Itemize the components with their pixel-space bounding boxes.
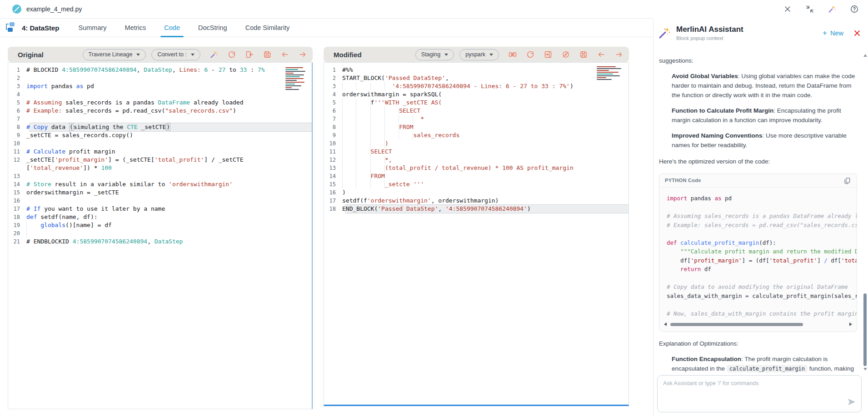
code-line: 17setdf(f'orderswithmargin', orderswithm… [324,197,629,205]
assistant-code-line: # Now, sales_data_with_margin contains t… [667,309,857,318]
line-number: 5 [8,99,26,107]
exit-panel-icon[interactable] [245,50,254,59]
assistant-close-icon[interactable] [853,30,861,39]
compare-icon[interactable] [508,50,517,59]
code-line: 14FROM [324,172,629,180]
code-line: 11SELECT [324,148,629,156]
magic-wand-icon[interactable] [210,50,219,59]
code-line: 18END_BLOCK('Passed DataStep', '4:585990… [324,205,629,213]
titlebar: example_4_med.py [0,0,868,19]
line-number: 14 [8,180,26,188]
code-line: 16) [324,188,629,197]
line-number: 12 [324,156,342,164]
help-icon[interactable] [850,5,859,14]
code-line: 10 [8,139,312,148]
traverse-lineage-dropdown[interactable]: Traverse Lineage [83,49,146,60]
arrow-left-icon[interactable] [597,50,606,59]
code-line: 8FROM [324,123,629,131]
line-number: 1 [8,66,26,74]
original-panel-title: Original [18,51,44,59]
assistant-vscrollbar[interactable] [863,54,868,371]
code-line: 14# Store result in a variable similar t… [8,180,312,188]
line-number: 14 [324,172,342,180]
collapse-icon[interactable] [805,5,814,14]
eye-off-icon[interactable] [561,50,570,59]
line-number: 6 [324,107,342,115]
explanation-title: Explanation of Optimizations: [659,339,857,348]
tab-docstring[interactable]: DocString [198,19,227,37]
scroll-left-icon[interactable] [664,322,667,326]
modified-toolbar: Modified Staging pyspark [324,47,629,62]
line-number: 17 [8,205,26,213]
scroll-right-icon[interactable] [849,322,852,326]
close-icon[interactable] [783,5,792,14]
tab-code-similarity[interactable]: Code Similarity [245,19,290,37]
vscroll-thumb[interactable] [863,293,867,366]
code-line: 9sales_records [324,131,629,139]
code-card-header: PYTHON Code [659,174,857,188]
staging-dropdown[interactable]: Staging [415,49,454,60]
refresh-icon[interactable] [227,50,236,59]
code-line: 2 [8,74,312,82]
assistant-header: MerlinAI Assistant Block popup context +… [653,19,868,43]
assistant-code-line [667,203,857,212]
code-line: 16 [8,197,312,205]
save-icon[interactable] [263,50,272,59]
save-icon[interactable] [579,50,588,59]
assistant-code-line: import pandas as pd [667,194,857,203]
original-code-editor[interactable]: 1# BLOCKID 4:5859907074586240894, DataSt… [8,62,313,409]
line-number: 17 [324,197,342,205]
suggestion-item: Function to Calculate Profit Margin: Enc… [672,106,857,125]
line-number: 4 [324,90,342,99]
original-toolbar: Original Traverse Lineage Convert to : [8,47,313,62]
code-line: 8# Copy data (simulating the CTE _setCTE… [8,123,312,131]
code-line: 5f'''WITH _setCTE AS( [324,99,629,107]
refresh-icon[interactable] [526,50,535,59]
code-line: 1#%% [324,66,629,74]
scroll-up-icon[interactable] [863,54,867,57]
panel-right-icon[interactable] [544,50,553,59]
send-icon[interactable] [847,397,856,408]
modified-toolbar-icons [508,50,624,59]
assistant-code-line: df['profit_margin'] = (df['total_profit'… [667,256,857,265]
code-line: 4 [8,90,312,99]
line-number: 15 [324,180,342,188]
arrow-right-icon[interactable] [614,50,624,59]
optimized-intro: Here's the optimized version of the code… [659,157,857,166]
code-card-hscrollbar[interactable] [664,321,852,328]
code-line: 2START_BLOCK('Passed DataStep', [324,74,629,82]
code-line: 1# BLOCKID 4:5859907074586240894, DataSt… [8,66,312,74]
suggestion-item: Improved Naming Conventions: Use more de… [672,131,857,150]
assistant-code-line: # Assuming sales_records is a pandas Dat… [667,212,857,221]
line-number: 16 [324,188,342,197]
assistant-code-line: def calculate_profit_margin(df): [667,238,857,248]
code-line: 6# Example: sales_records = pd.read_csv(… [8,107,312,115]
arrow-left-icon[interactable] [280,50,289,59]
copy-icon[interactable] [843,177,851,185]
magic-wand-icon[interactable] [828,5,837,14]
hscroll-thumb[interactable] [670,323,803,326]
tab-metrics[interactable]: Metrics [125,19,146,37]
new-chat-button[interactable]: + New [823,30,843,37]
assistant-input[interactable] [658,376,861,412]
code-line: 20 [8,229,312,238]
line-number: 18 [8,213,26,221]
code-line: 12_setCTE['profit_margin'] = (_setCTE['t… [8,156,312,164]
tab-code[interactable]: Code [164,19,180,37]
convert-to-dropdown[interactable]: Convert to : [151,49,200,60]
line-number: 1 [324,66,342,74]
code-line: 5# Assuming sales_records is a pandas Da… [8,99,312,107]
scroll-down-icon[interactable] [863,368,867,371]
modified-code-editor[interactable]: 1#%%2START_BLOCK('Passed DataStep',3 '4:… [324,62,629,406]
tab-summary[interactable]: Summary [79,19,107,37]
line-number: 8 [8,123,26,131]
pyspark-dropdown[interactable]: pyspark [459,49,499,60]
titlebar-icons [783,5,859,14]
code-line: 21# ENDBLOCKID 4:5859907074586240894, Da… [8,238,312,246]
line-number: 11 [8,148,26,156]
arrow-right-icon[interactable] [298,50,307,59]
code-line: 12*, [324,156,629,164]
assistant-input-box [657,375,862,412]
line-number: 21 [8,238,26,246]
assistant-code-line [667,229,857,238]
